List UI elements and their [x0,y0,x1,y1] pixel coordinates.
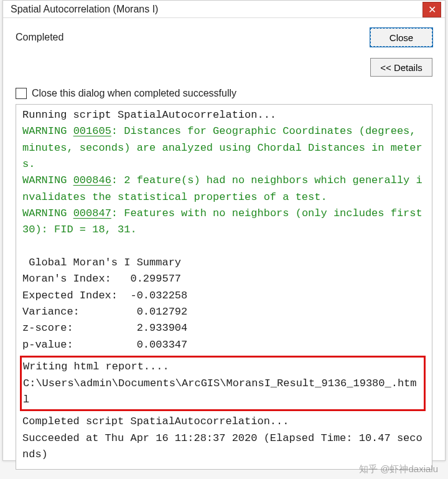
status-row: Completed Close [16,28,432,47]
close-button[interactable]: Close [370,28,432,47]
summary-zscore-label: z-score: [22,322,73,334]
dialog-body: Completed Close << Details Close this di… [3,18,445,476]
warning-3: WARNING 000847: Features with no neighbo… [22,207,429,235]
out-succeeded: Succeeded at Thu Apr 16 11:28:37 2020 (E… [22,432,422,460]
close-icon: ✕ [428,5,436,15]
summary-expected-value: -0.032258 [130,290,187,301]
summary-pvalue-value: 0.003347 [137,339,188,351]
out-writing: Writing html report.... [23,361,169,372]
details-button[interactable]: << Details [370,58,432,77]
warning-2: WARNING 000846: 2 feature(s) had no neig… [22,174,422,202]
summary-pvalue-label: p-value: [22,339,73,351]
warning-code-link[interactable]: 001605 [73,125,111,137]
dialog-window: Spatial Autocorrelation (Morans I) ✕ Com… [2,0,446,461]
out-running: Running script SpatialAutocorrelation... [22,109,276,121]
summary-variance-label: Variance: [22,306,80,318]
auto-close-label: Close this dialog when completed success… [32,88,236,99]
summary-title: Global Moran's I Summary [22,257,181,268]
summary-variance-value: 0.012792 [137,306,188,318]
out-completed: Completed script SpatialAutocorrelation.… [22,415,289,427]
status-text: Completed [16,32,370,43]
summary-zscore-value: 2.933904 [137,322,188,334]
summary-morans-value: 0.299577 [130,273,181,285]
summary-expected-label: Expected Index: [22,290,118,301]
window-close-button[interactable]: ✕ [422,2,441,17]
details-row: << Details [16,58,432,77]
window-title: Spatial Autocorrelation (Morans I) [11,4,422,15]
output-pane[interactable]: Running script SpatialAutocorrelation...… [16,104,432,470]
out-path: C:\Users\admin\Documents\ArcGIS\MoransI_… [23,377,417,405]
auto-close-row: Close this dialog when completed success… [16,88,432,99]
warning-1: WARNING 001605: Distances for Geographic… [22,125,422,170]
warning-code-link[interactable]: 000846 [73,174,111,186]
auto-close-checkbox[interactable] [16,88,27,99]
summary-morans-label: Moran's Index: [22,273,111,285]
warning-code-link[interactable]: 000847 [73,207,111,219]
annotation-box: Writing html report.... C:\Users\admin\D… [20,356,426,411]
titlebar: Spatial Autocorrelation (Morans I) ✕ [3,1,445,18]
